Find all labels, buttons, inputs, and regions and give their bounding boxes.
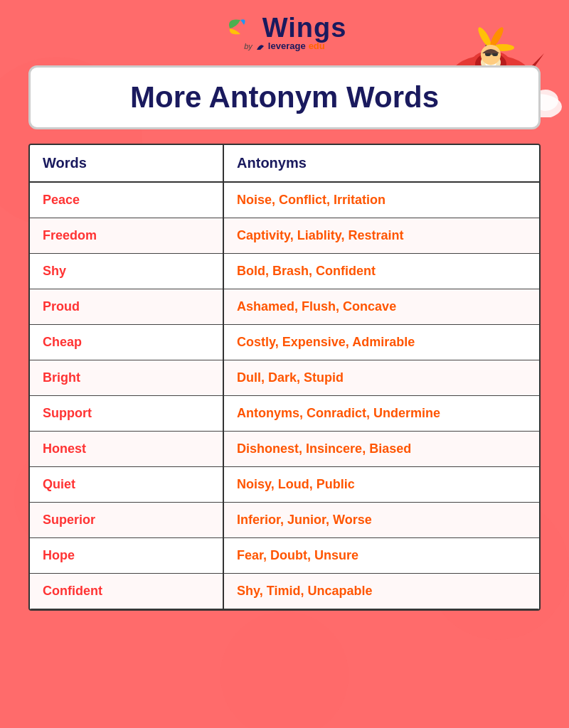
table-row: ShyBold, Brash, Confident [30,254,539,289]
word-cell: Proud [30,289,223,325]
svg-point-4 [220,611,349,728]
word-cell: Quiet [30,467,223,503]
wings-icon [223,14,258,43]
antonym-cell: Captivity, Liablity, Restraint [223,218,539,254]
antonym-cell: Inferior, Junior, Worse [223,503,539,538]
word-cell: Superior [30,503,223,538]
table-row: BrightDull, Dark, Stupid [30,360,539,396]
word-cell: Cheap [30,325,223,360]
antonym-cell: Shy, Timid, Uncapable [223,574,539,609]
edu-text: edu [309,41,325,51]
antonym-cell: Noisy, Loud, Public [223,467,539,503]
col-words-header: Words [30,145,223,182]
antonym-table: Words Antonyms PeaceNoise, Conflict, Irr… [28,144,541,611]
word-cell: Support [30,396,223,432]
antonym-cell: Dull, Dark, Stupid [223,360,539,396]
table-row: HopeFear, Doubt, Unsure [30,538,539,574]
antonym-cell: Noise, Conflict, Irritation [223,182,539,218]
table-header-row: Words Antonyms [30,145,539,182]
antonym-cell: Antonyms, Conradict, Undermine [223,396,539,432]
antonym-cell: Ashamed, Flush, Concave [223,289,539,325]
leverage-icon [255,41,265,51]
table-row: ProudAshamed, Flush, Concave [30,289,539,325]
antonym-cell: Dishonest, Insincere, Biased [223,432,539,467]
antonym-cell: Fear, Doubt, Unsure [223,538,539,574]
title-box: More Antonym Words [28,65,541,129]
word-cell: Honest [30,432,223,467]
word-cell: Shy [30,254,223,289]
logo-by-text: by [244,42,252,50]
logo: Wings by leverage edu [223,13,347,51]
col-antonyms-header: Antonyms [223,145,539,182]
table-row: QuietNoisy, Loud, Public [30,467,539,503]
header: Wings by leverage edu [0,0,569,58]
table-row: SuperiorInferior, Junior, Worse [30,503,539,538]
logo-brand-text: Wings [262,13,347,43]
word-cell: Hope [30,538,223,574]
table-row: HonestDishonest, Insincere, Biased [30,432,539,467]
table-row: PeaceNoise, Conflict, Irritation [30,182,539,218]
table-row: ConfidentShy, Timid, Uncapable [30,574,539,609]
table-row: SupportAntonyms, Conradict, Undermine [30,396,539,432]
leverage-text: leverage [268,41,306,51]
word-cell: Peace [30,182,223,218]
word-cell: Freedom [30,218,223,254]
table-row: CheapCostly, Expensive, Admirable [30,325,539,360]
antonym-cell: Bold, Brash, Confident [223,254,539,289]
word-cell: Bright [30,360,223,396]
word-cell: Confident [30,574,223,609]
page-title: More Antonym Words [52,80,517,114]
table-row: FreedomCaptivity, Liablity, Restraint [30,218,539,254]
antonym-cell: Costly, Expensive, Admirable [223,325,539,360]
